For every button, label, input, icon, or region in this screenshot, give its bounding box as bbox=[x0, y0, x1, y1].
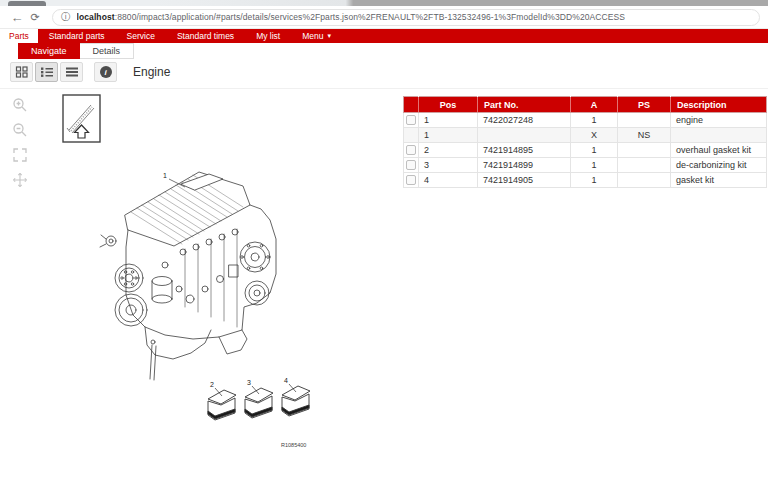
nav-item-my-list[interactable]: My list bbox=[245, 29, 291, 43]
url-host: localhost bbox=[77, 12, 115, 22]
tab-navigate[interactable]: Navigate bbox=[18, 43, 80, 59]
back-icon[interactable]: ← bbox=[8, 10, 26, 25]
main-nav: PartsStandard partsServiceStandard times… bbox=[0, 29, 768, 43]
parts-table-panel: Pos Part No. A PS Description 1742202724… bbox=[403, 96, 766, 188]
nav-item-menu[interactable]: Menu▾ bbox=[291, 29, 342, 43]
table-row: 474219149051gasket kit bbox=[404, 173, 767, 188]
cell-part-no bbox=[478, 128, 571, 143]
tab-details[interactable]: Details bbox=[80, 43, 135, 59]
zoom-in-icon[interactable] bbox=[12, 97, 28, 113]
browser-toolbar: ← ⟳ ⓘ localhost:8800/impact3/application… bbox=[0, 6, 768, 29]
header-description: Description bbox=[671, 97, 767, 113]
nav-item-parts[interactable]: Parts bbox=[0, 29, 38, 43]
fit-screen-icon[interactable] bbox=[12, 147, 28, 163]
cell-a: 1 bbox=[571, 143, 618, 158]
cell-description: overhaul gasket kit bbox=[671, 143, 767, 158]
url-bar[interactable]: ⓘ localhost:8800/impact3/application/#pa… bbox=[52, 9, 760, 26]
page-title: Engine bbox=[133, 65, 170, 79]
table-row: 374219148991de-carbonizing kit bbox=[404, 158, 767, 173]
callout-4: 4 bbox=[284, 377, 288, 384]
cell-description: gasket kit bbox=[671, 173, 767, 188]
gasket-kit-boxes bbox=[208, 386, 310, 420]
reload-icon[interactable]: ⟳ bbox=[26, 11, 44, 24]
table-row: 1XNS bbox=[404, 128, 767, 143]
drawing-ref-code: R1085400 bbox=[281, 442, 306, 448]
cell-pos: 1 bbox=[419, 113, 478, 128]
grid-view-button[interactable] bbox=[10, 62, 33, 82]
view-toolbar: i Engine bbox=[10, 61, 170, 83]
callout-3: 3 bbox=[247, 379, 251, 386]
cell-part-no: 7422027248 bbox=[478, 113, 571, 128]
parts-table: Pos Part No. A PS Description 1742202724… bbox=[403, 96, 767, 188]
pan-icon[interactable] bbox=[12, 172, 28, 188]
cell-a: 1 bbox=[571, 113, 618, 128]
page-info-icon[interactable]: ⓘ bbox=[61, 11, 71, 24]
nav-item-standard-times[interactable]: Standard times bbox=[166, 29, 245, 43]
orientation-thumbnail[interactable] bbox=[62, 94, 102, 144]
grid-icon bbox=[15, 66, 29, 78]
cell-ps bbox=[618, 113, 671, 128]
row-checkbox[interactable] bbox=[406, 160, 416, 170]
parts-table-body: 174220272481engine1XNS274219148951overha… bbox=[404, 113, 767, 188]
cell-checkbox bbox=[404, 173, 419, 188]
cell-pos: 1 bbox=[419, 128, 478, 143]
cell-description: de-carbonizing kit bbox=[671, 158, 767, 173]
callout-2: 2 bbox=[210, 381, 214, 388]
compact-list-button[interactable] bbox=[60, 62, 83, 82]
cell-ps bbox=[618, 173, 671, 188]
cell-a: X bbox=[571, 128, 618, 143]
header-part-no: Part No. bbox=[478, 97, 571, 113]
cell-checkbox bbox=[404, 113, 419, 128]
cell-pos: 2 bbox=[419, 143, 478, 158]
content-area: 1 2 3 4 R1085400 bbox=[0, 88, 768, 489]
cell-pos: 4 bbox=[419, 173, 478, 188]
cell-ps bbox=[618, 143, 671, 158]
row-checkbox[interactable] bbox=[406, 175, 416, 185]
subtabs: Navigate Details bbox=[18, 43, 134, 59]
cell-checkbox bbox=[404, 143, 419, 158]
header-pos: Pos bbox=[419, 97, 478, 113]
menu-caret-icon: ▾ bbox=[327, 32, 331, 40]
list-view-button[interactable] bbox=[35, 62, 58, 82]
cell-part-no: 7421914899 bbox=[478, 158, 571, 173]
cell-a: 1 bbox=[571, 173, 618, 188]
zoom-out-icon[interactable] bbox=[12, 122, 28, 138]
list-icon bbox=[40, 66, 54, 78]
cell-a: 1 bbox=[571, 158, 618, 173]
cell-checkbox bbox=[404, 128, 419, 143]
table-header-row: Pos Part No. A PS Description bbox=[404, 97, 767, 113]
cell-part-no: 7421914905 bbox=[478, 173, 571, 188]
cell-description bbox=[671, 128, 767, 143]
header-checkbox-col bbox=[404, 97, 419, 113]
header-ps: PS bbox=[618, 97, 671, 113]
info-button[interactable]: i bbox=[94, 62, 117, 82]
url-text: localhost:8800/impact3/application/#part… bbox=[77, 12, 626, 22]
row-checkbox[interactable] bbox=[406, 115, 416, 125]
nav-item-service[interactable]: Service bbox=[116, 29, 166, 43]
cell-checkbox bbox=[404, 158, 419, 173]
engine-drawing: 1 2 3 4 R1085400 bbox=[95, 147, 345, 459]
cell-part-no: 7421914895 bbox=[478, 143, 571, 158]
hamburger-icon bbox=[65, 66, 79, 78]
header-a: A bbox=[571, 97, 618, 113]
cell-ps: NS bbox=[618, 128, 671, 143]
cell-pos: 3 bbox=[419, 158, 478, 173]
drawing-zoom-tools bbox=[12, 97, 28, 188]
table-row: 174220272481engine bbox=[404, 113, 767, 128]
callout-1: 1 bbox=[163, 172, 167, 179]
table-row: 274219148951overhaul gasket kit bbox=[404, 143, 767, 158]
cell-description: engine bbox=[671, 113, 767, 128]
info-icon: i bbox=[100, 66, 112, 78]
cell-ps bbox=[618, 158, 671, 173]
row-checkbox[interactable] bbox=[406, 145, 416, 155]
url-path: :8800/impact3/application/#parts/details… bbox=[115, 12, 625, 22]
nav-item-standard-parts[interactable]: Standard parts bbox=[38, 29, 116, 43]
